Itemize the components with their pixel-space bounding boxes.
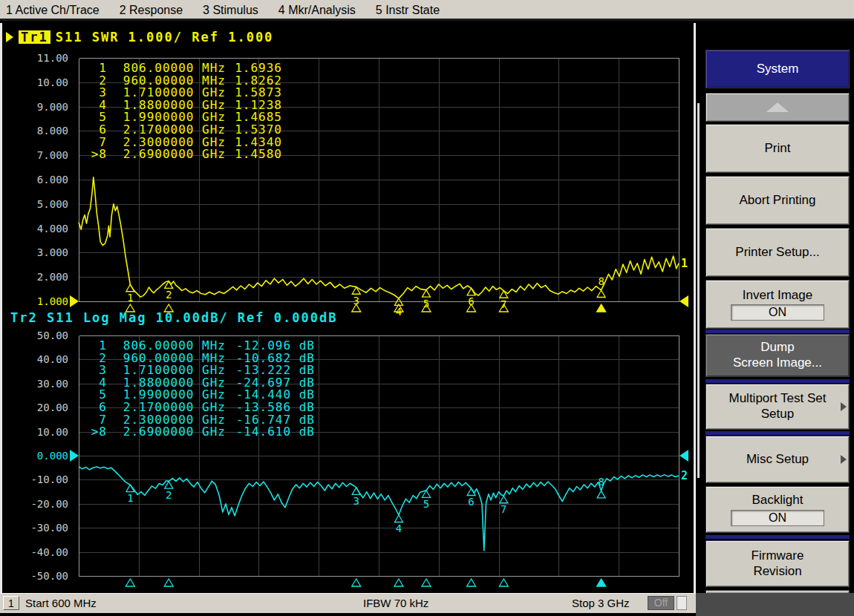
softkey-label: Screen Image... [733,355,822,371]
marker-3-number: 3 [353,495,359,507]
softkey-backlight[interactable]: BacklightON [705,486,850,533]
marker-7-axis-symbol [499,579,508,586]
vna-screen: 1 Active Ch/Trace2 Response3 Stimulus4 M… [0,0,854,616]
ifbw-label[interactable]: IFBW 70 kHz [363,597,428,609]
marker-8-axis-symbol [597,579,606,586]
y-axis-label: 6.000 [15,174,68,186]
active-trace-arrow-icon [6,32,13,42]
softkey-print[interactable]: Print [705,124,850,173]
softkey-dump-screen-image[interactable]: DumpScreen Image... [705,334,850,377]
y-axis-label: 50.00 [15,330,68,341]
y-axis-label: 4.000 [15,223,68,235]
marker-7-symbol [500,291,508,298]
softkey-label: Misc Setup [746,452,809,468]
softkey-misc-setup[interactable]: Misc Setup [705,436,850,483]
marker-6-axis-symbol [467,579,476,586]
y-axis-label: 40.00 [15,353,68,365]
start-frequency[interactable]: Start 600 MHz [25,597,97,609]
marker-value: 1.4580 [226,148,282,161]
softkey-label: Revision [753,564,801,580]
marker-table-row: >82.6900000 GHz-14.610 dB [86,426,315,439]
softkey-printer-setup[interactable]: Printer Setup... [705,228,850,277]
softkey-group-separator [705,330,850,333]
softkey-multiport-test-set-setup[interactable]: Multiport Test SetSetup [705,384,850,430]
marker-8-number: 8 [598,476,604,488]
trace-2-end-label: 2 [681,469,688,482]
y-axis-label: 2.000 [15,271,68,283]
softkey-scroll-up[interactable] [705,93,850,122]
softkey-menu-edge [697,103,700,478]
y-axis-label: 10.00 [15,426,68,438]
y-axis-label: -40.00 [15,546,68,558]
channel-indicator: 1 [3,596,19,610]
softkey-group-separator [705,431,850,435]
softkey-state: ON [731,510,824,526]
y-axis-label: 30.00 [15,378,68,390]
softkey-label: System [757,62,799,77]
ref-level-pointer-right [679,295,688,307]
marker-value: -14.610 dB [226,426,315,439]
softkey-label: Setup [761,407,794,422]
menu-item-1[interactable]: 1 Active Ch/Trace [6,4,100,16]
submenu-arrow-icon [841,455,847,464]
trace1-badge: Tr1 [19,30,50,44]
marker-6-number: 6 [468,295,474,307]
softkey-label: Print [765,141,791,157]
marker-table-row: >82.6900000 GHz1.4580 [86,148,282,161]
marker-1-number: 1 [127,292,133,304]
screen-left-edge [0,23,2,593]
y-axis-label: 5.000 [15,198,68,210]
marker-8-symbol [597,491,605,498]
softkey-label: Printer Setup... [735,245,819,261]
marker-5-number: 5 [423,498,429,510]
softkey-label: Dump [760,340,794,355]
y-axis-label: -30.00 [15,522,68,534]
marker-3-axis-symbol [352,579,361,586]
marker-5-symbol [422,290,430,298]
ref-level-pointer-left [70,450,79,462]
marker-frequency: 2.6900000 GHz [107,148,226,161]
trace1-title: S11 SWR 1.000/ Ref 1.000 [56,30,274,45]
marker-number: >8 [86,426,107,439]
softkey-menu: SystemPrintAbort PrintingPrinter Setup..… [696,23,854,593]
trace1-header[interactable]: Tr1 S11 SWR 1.000/ Ref 1.000 [6,30,273,45]
marker-1-axis-symbol [126,304,134,312]
y-axis-label: -50.00 [15,570,68,582]
marker-1-number: 1 [127,492,133,504]
marker-2-symbol [165,482,173,489]
softkey-group-separator [705,535,850,539]
softkey-firmware-revision[interactable]: FirmwareRevision [705,540,850,587]
menu-item-3[interactable]: 3 Stimulus [203,4,258,16]
marker-5-axis-symbol [422,579,431,586]
trace-1-end-label: 1 [681,257,688,270]
y-axis-label: -10.00 [15,474,68,485]
menu-item-2[interactable]: 2 Response [120,4,183,16]
status-bar: 1 Start 600 MHz IFBW 70 kHz Stop 3 GHz O… [0,593,696,613]
softkey-label: Backlight [752,493,804,508]
marker-8-number: 8 [598,275,604,287]
marker-2-number: 2 [166,289,172,301]
marker-4-number: 4 [396,522,402,534]
marker-frequency: 2.6900000 GHz [107,426,226,439]
time-display-badge: Off [648,596,674,610]
menu-item-5[interactable]: 5 Instr State [376,4,440,16]
y-axis-label: 10.00 [15,76,68,88]
marker-6-number: 6 [468,496,474,508]
y-axis-label: 8.000 [15,125,68,137]
softkey-abort-printing[interactable]: Abort Printing [705,176,850,225]
softkey-invert-image[interactable]: Invert ImageON [705,280,850,329]
stop-frequency[interactable]: Stop 3 GHz [572,597,630,609]
submenu-arrow-icon [841,402,847,411]
marker-1-axis-symbol [126,579,134,586]
y-axis-label: -20.00 [15,498,68,510]
softkey-label: Firmware [752,548,804,564]
marker-7-symbol [500,496,508,503]
softkey-system[interactable]: System [705,50,850,88]
menu-item-4[interactable]: 4 Mkr/Analysis [278,4,356,16]
y-axis-label: 3.000 [15,246,68,258]
sidebar-bottom-strip [696,593,854,616]
marker-2-number: 2 [166,489,172,501]
marker-2-axis-symbol [164,304,173,312]
softkey-label: Multiport Test Set [728,391,826,407]
scroll-up-icon [766,102,789,112]
